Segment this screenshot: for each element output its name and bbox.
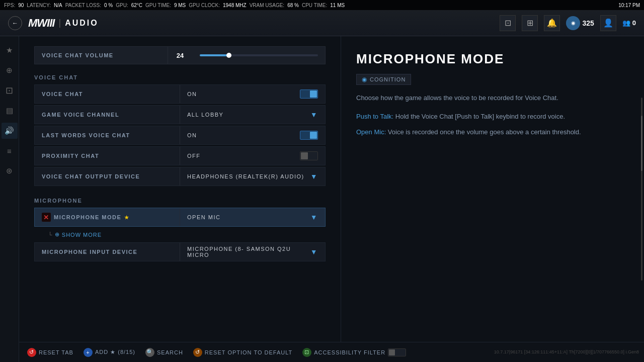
- voice-chat-toggle[interactable]: [300, 89, 318, 99]
- display-icon: ▤: [6, 106, 13, 115]
- add-button[interactable]: + ADD ★ (8/15): [84, 348, 135, 357]
- gpu-label: GPU:: [116, 3, 128, 8]
- microphone-mode-row[interactable]: ✕ MICROPHONE MODE ★ OPEN MIC ▼: [34, 208, 326, 227]
- microphone-input-row[interactable]: MICROPHONE INPUT DEVICE MICROPHONE (8- S…: [34, 242, 326, 261]
- show-more-row[interactable]: └ ⊕ SHOW MORE: [34, 228, 326, 241]
- show-more-indent: └: [48, 232, 53, 238]
- profile-section[interactable]: ◉ 325: [566, 16, 594, 30]
- challenges-icon: ⊡: [505, 18, 511, 28]
- controller-icon: ⊡: [6, 85, 13, 96]
- sidebar-item-list[interactable]: ≡: [2, 143, 18, 159]
- top-nav: ← MWIII | AUDIO ⊡ ⊞ 🔔 ◉ 325 👤 👥 0: [0, 10, 644, 36]
- sidebar-item-display[interactable]: ▤: [2, 103, 18, 119]
- barracks-icon-btn[interactable]: ⊞: [522, 15, 538, 31]
- voice-chat-volume-row[interactable]: VOICE CHAT VOLUME 24: [34, 46, 326, 64]
- latency-label: LATENCY:: [27, 3, 51, 8]
- accessibility-label: ACCESSIBILITY FILTER: [314, 349, 385, 355]
- sidebar-item-controller[interactable]: ⊡: [2, 82, 18, 99]
- star-favorite-icon: ★: [124, 215, 130, 220]
- game-voice-channel-value: ALL LOBBY ▼: [180, 111, 325, 119]
- info-title: MICROPHONE MODE: [356, 51, 629, 67]
- open-mic-text: Voice is recorded once the volume goes a…: [386, 128, 581, 136]
- voice-chat-row[interactable]: VOICE CHAT ON: [34, 84, 326, 104]
- proximity-chat-value: OFF: [180, 151, 325, 160]
- gpu-clock-label: GPU CLOCK:: [189, 3, 220, 8]
- sidebar: ★ ⊕ ⊡ ▤ 🔊 ≡ ⊛: [0, 36, 19, 362]
- search-button[interactable]: 🔍 SEARCH: [145, 348, 183, 357]
- friends-section[interactable]: 👥 0: [622, 19, 636, 27]
- toggle-thumb: [310, 132, 317, 139]
- packet-loss-value: 0 %: [104, 3, 113, 8]
- community-icon: 👤: [603, 18, 613, 28]
- accessibility-icon: ⊡: [302, 348, 311, 357]
- profile-icon: ◉: [571, 20, 576, 26]
- challenges-icon-btn[interactable]: ⊡: [500, 15, 516, 31]
- sidebar-item-favorites[interactable]: ★: [2, 42, 18, 58]
- microphone-mode-label: ✕ MICROPHONE MODE ★: [35, 213, 180, 222]
- voice-chat-section-header: VOICE CHAT: [34, 74, 326, 80]
- reset-tab-button[interactable]: ↺ RESET TAB: [27, 348, 73, 357]
- player-score: 325: [582, 19, 594, 27]
- proximity-chat-label: PROXIMITY CHAT: [35, 153, 180, 159]
- fps-value: 90: [18, 3, 24, 8]
- reset-option-icon: ↺: [193, 348, 202, 357]
- sidebar-item-tag[interactable]: ⊕: [2, 62, 18, 78]
- gpu-time-label: GPU TIME:: [145, 3, 171, 8]
- dropdown-arrow-icon: ▼: [310, 248, 318, 256]
- volume-slider-thumb: [226, 53, 231, 58]
- bell-icon: 🔔: [547, 18, 557, 28]
- list-icon: ≡: [7, 147, 12, 155]
- volume-slider[interactable]: [200, 54, 318, 56]
- reset-option-button[interactable]: ↺ RESET OPTION TO DEFAULT: [193, 348, 292, 357]
- push-to-talk-label: Push to Talk:: [356, 113, 393, 120]
- close-icon: ✕: [42, 213, 51, 222]
- voice-chat-label: VOICE CHAT: [35, 91, 180, 97]
- stats-bar: FPS: 90 LATENCY: N/A PACKET LOSS: 0 % GP…: [0, 0, 644, 10]
- sidebar-item-network[interactable]: ⊛: [2, 163, 18, 179]
- dropdown-arrow-icon: ▼: [310, 111, 318, 119]
- show-more-label: SHOW MORE: [62, 232, 102, 238]
- search-label: SEARCH: [157, 349, 183, 355]
- cognition-icon: ◉: [362, 76, 367, 83]
- volume-label: VOICE CHAT VOLUME: [35, 52, 168, 58]
- voice-chat-output-label: VOICE CHAT OUTPUT DEVICE: [35, 173, 180, 179]
- main-content: VOICE CHAT VOLUME 24 VOICE CHAT VOICE CH…: [19, 36, 644, 342]
- accessibility-toggle[interactable]: [388, 348, 406, 356]
- friends-icon: 👥: [622, 19, 630, 27]
- info-badge: ◉ COGNITION: [356, 74, 411, 85]
- vram-label: VRAM USAGE:: [250, 3, 284, 8]
- reset-tab-label: RESET TAB: [39, 349, 73, 355]
- notifications-icon-btn[interactable]: 🔔: [544, 15, 560, 31]
- dropdown-arrow-icon: ▼: [310, 172, 318, 180]
- toggle-thumb: [310, 90, 317, 98]
- nav-right: ⊡ ⊞ 🔔 ◉ 325 👤 👥 0: [500, 15, 636, 31]
- cpu-time-label: CPU TIME:: [302, 3, 327, 8]
- last-words-row[interactable]: LAST WORDS VOICE CHAT ON: [34, 126, 326, 145]
- last-words-toggle[interactable]: [300, 131, 318, 140]
- sidebar-item-audio[interactable]: 🔊: [2, 123, 18, 139]
- gpu-clock-value: 1948 MHZ: [223, 3, 247, 8]
- audio-icon: 🔊: [5, 126, 14, 135]
- community-icon-btn[interactable]: 👤: [600, 15, 616, 31]
- dropdown-arrow-icon: ▼: [310, 213, 318, 221]
- game-voice-channel-row[interactable]: GAME VOICE CHANNEL ALL LOBBY ▼: [34, 105, 326, 124]
- avatar: ◉: [566, 16, 580, 30]
- toggle-thumb: [301, 152, 308, 159]
- proximity-chat-toggle[interactable]: [300, 151, 318, 160]
- game-logo: MWIII: [28, 17, 54, 30]
- microphone-input-value: MICROPHONE (8- SAMSON Q2U MICRO ▼: [180, 246, 325, 258]
- reset-option-label: RESET OPTION TO DEFAULT: [205, 349, 292, 355]
- voice-chat-output-row[interactable]: VOICE CHAT OUTPUT DEVICE HEADPHONES (REA…: [34, 167, 326, 186]
- vram-value: 68 %: [287, 3, 299, 8]
- proximity-chat-row[interactable]: PROXIMITY CHAT OFF: [34, 146, 326, 165]
- open-mic-label: Open Mic:: [356, 128, 386, 136]
- gpu-time-value: 9 MS: [174, 3, 186, 8]
- back-button[interactable]: ←: [8, 16, 22, 30]
- accessibility-filter-button[interactable]: ⊡ ACCESSIBILITY FILTER: [302, 348, 406, 357]
- volume-slider-container[interactable]: [193, 54, 326, 56]
- last-words-label: LAST WORDS VOICE CHAT: [35, 132, 180, 138]
- info-option-push-to-talk: Push to Talk: Hold the Voice Chat [Push …: [356, 112, 629, 122]
- microphone-input-label: MICROPHONE INPUT DEVICE: [35, 249, 180, 255]
- cpu-time-value: 11 MS: [330, 3, 345, 8]
- voice-chat-value: ON: [180, 89, 325, 99]
